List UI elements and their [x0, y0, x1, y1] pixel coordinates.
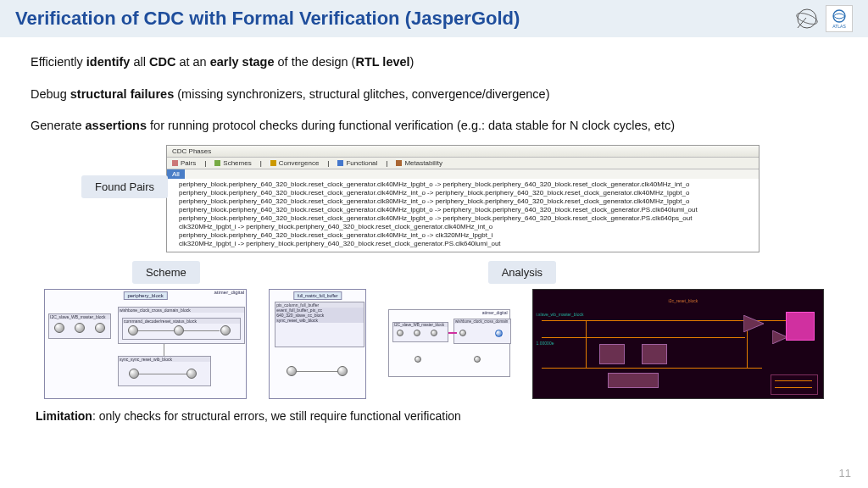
node-icon: [397, 330, 403, 336]
buffer-gate-icon: [743, 315, 769, 332]
scheme-label: Scheme: [132, 261, 200, 284]
list-item: periphery_block.periphery_640_320_block.…: [179, 180, 755, 189]
node-icon: [415, 356, 421, 363]
wishbone-block: wishbone_clock_cross_domain_block comman…: [118, 307, 245, 344]
node-icon: [459, 330, 466, 336]
tab-metastability[interactable]: Metastability: [396, 159, 442, 167]
bullet-2: Debug structural failures (missing synch…: [31, 86, 837, 103]
svg-point-1: [795, 11, 819, 26]
list-item: periphery_block.periphery_640_320_block.…: [179, 214, 755, 223]
scheme-diagram-3: atimer_digital I2C_slave_WB_master_block…: [388, 309, 510, 377]
gate-icon: [642, 344, 667, 364]
node-icon: [220, 325, 231, 336]
node-target-icon: [495, 330, 503, 337]
limitation-note: Limitation: only checks for structural e…: [36, 409, 837, 423]
node-icon: [95, 323, 105, 333]
logo-group: ATLAS: [793, 5, 853, 32]
list-item: periphery_block.periphery_640_320_block.…: [179, 206, 755, 214]
node-icon: [129, 369, 139, 379]
svg-text:ATLAS: ATLAS: [832, 24, 846, 29]
bullet-3: Generate assertions for running protocol…: [31, 118, 837, 135]
title-bar: Verification of CDC with Formal Verifica…: [0, 0, 868, 37]
analysis-waveform: i.slave_wb_master_block 1.00000e 0.5 0.5…: [532, 289, 824, 399]
list-item: periphery_block.periphery_640_320_block.…: [179, 231, 755, 240]
sync-reset-block: sync_sync_reset_wib_block: [118, 356, 211, 386]
node-icon: [186, 369, 197, 379]
gate-icon: [608, 373, 659, 388]
svg-marker-5: [743, 315, 764, 332]
tab-schemes[interactable]: Schemes: [214, 159, 251, 167]
bullet-1: Efficiently identify all CDC at an early…: [31, 54, 837, 71]
list-item: periphery_block.periphery_640_320_block.…: [179, 197, 755, 206]
cern-logo-icon: [793, 5, 821, 32]
page-title: Verification of CDC with Formal Verifica…: [15, 8, 520, 30]
cdc-all-filter[interactable]: All: [167, 169, 185, 179]
node-icon: [128, 325, 138, 336]
list-item: periphery_block.periphery_640_320_block.…: [179, 189, 755, 197]
node-icon: [54, 323, 64, 333]
minimap-icon: [771, 374, 818, 395]
list-item: clk320MHz_lpgbt_i -> periphery_block.per…: [179, 240, 755, 248]
cdc-phases-window: CDC Phases Pairs | Schemes | Convergence…: [166, 145, 760, 252]
atlas-logo-icon: ATLAS: [826, 5, 853, 32]
list-item: clk320MHz_lpgbt_i -> periphery_block.per…: [179, 223, 755, 231]
svg-marker-6: [772, 330, 787, 344]
tab-pairs[interactable]: Pairs: [172, 159, 196, 167]
target-block-icon: [786, 312, 815, 341]
convergence-icon: [270, 160, 276, 166]
node-icon: [75, 323, 85, 333]
node-icon: [431, 330, 437, 336]
pairs-icon: [172, 160, 178, 166]
analysis-label: Analysis: [488, 261, 556, 284]
page-number: 11: [839, 467, 851, 480]
wb-master-block: I2C_slave_WB_master_block: [48, 313, 111, 339]
node-icon: [474, 356, 481, 363]
node-icon: [174, 325, 184, 336]
scheme-diagram-1: atimer_digital periphery_block I2C_slave…: [44, 289, 247, 399]
cdc-tabs: Pairs | Schemes | Convergence | Function…: [167, 158, 759, 169]
functional-icon: [337, 160, 343, 166]
node-icon: [337, 366, 348, 376]
node-icon: [287, 366, 297, 376]
node-icon: [414, 330, 420, 336]
schemes-icon: [214, 160, 220, 166]
gate-icon: [599, 344, 625, 364]
tab-convergence[interactable]: Convergence: [270, 159, 320, 167]
svg-point-3: [833, 10, 845, 22]
scheme-diagram-2: full_matrix_full_buffer pix_column_full_…: [269, 289, 366, 399]
tab-functional[interactable]: Functional: [337, 159, 377, 167]
found-pairs-label: Found Pairs: [81, 175, 168, 198]
cdc-window-title: CDC Phases: [167, 146, 759, 158]
periphery-block-label: periphery_block: [123, 291, 167, 300]
cdc-pairs-list: periphery_block.periphery_640_320_block.…: [167, 179, 759, 252]
metastability-icon: [396, 160, 402, 166]
